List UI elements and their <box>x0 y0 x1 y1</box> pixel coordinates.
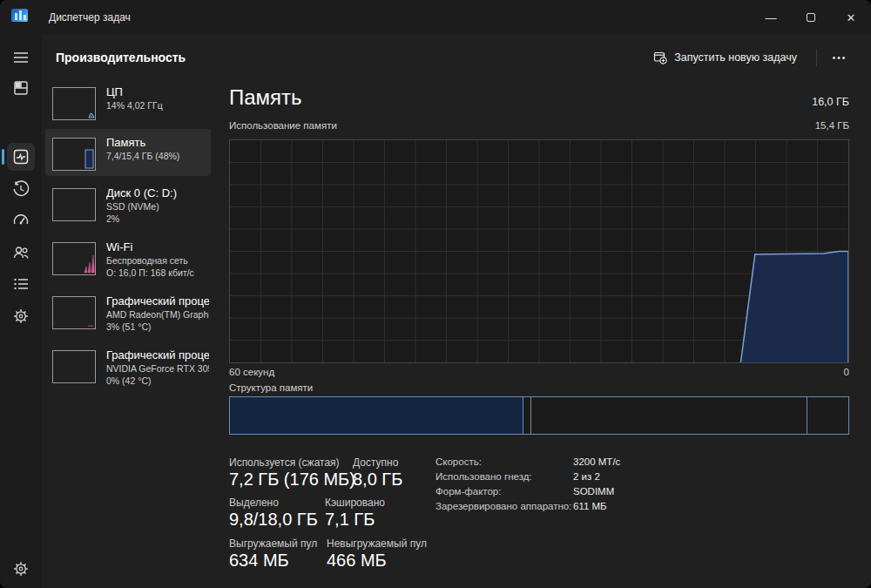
gpu0-name: AMD Radeon(TM) Graphics <box>106 308 209 321</box>
wifi-mini-chart <box>52 242 96 275</box>
usage-chart-label: Использование памяти <box>229 120 337 131</box>
task-manager-window: Диспетчер задач — ✕ <box>0 0 871 588</box>
processes-icon[interactable] <box>12 79 30 97</box>
page-header: Производительность Запустить новую задач… <box>42 35 871 78</box>
selected-accent-pill <box>2 149 4 165</box>
composition-segment-in_use <box>230 397 523 434</box>
titlebar: Диспетчер задач — ✕ <box>0 0 871 35</box>
gpu1-title: Графический процессор <box>106 348 209 362</box>
memory-panel-title: Память <box>229 85 302 110</box>
run-new-task-label: Запустить новую задачу <box>674 51 797 64</box>
stat-form-factor-value: SODIMM <box>573 486 614 497</box>
stat-cached-label: Кэшировано <box>325 497 385 509</box>
stat-committed-label: Выделено <box>229 497 279 509</box>
startup-apps-icon[interactable] <box>12 212 30 229</box>
memory-composition-bar <box>229 396 849 435</box>
wifi-throughput: О: 16,0 П: 168 кбит/с <box>106 267 209 278</box>
cpu-title: ЦП <box>106 84 209 99</box>
composition-segment-standby <box>531 397 807 434</box>
gpu0-mini-chart <box>52 296 96 329</box>
maximize-button[interactable] <box>791 0 831 35</box>
memory-mini-chart <box>52 138 96 171</box>
disk-mini-chart <box>52 188 96 221</box>
header-divider <box>816 49 817 66</box>
stat-form-factor-label: Форм-фактор: <box>436 486 575 497</box>
more-options-button[interactable]: ••• <box>824 45 855 70</box>
page-title: Производительность <box>56 51 186 64</box>
memory-stats: Используется (сжатая) 7,2 ГБ (176 МБ) До… <box>229 451 849 588</box>
run-new-task-button[interactable]: Запустить новую задачу <box>645 45 806 70</box>
stat-slots-label: Использовано гнезд: <box>436 471 575 482</box>
settings-gear-icon[interactable] <box>12 560 30 578</box>
navigation-rail <box>0 35 42 588</box>
wifi-network: Беспроводная сеть <box>106 254 209 267</box>
content-area: Производительность Запустить новую задач… <box>42 35 871 588</box>
stat-in-use-label: Используется (сжатая) <box>229 456 340 469</box>
disk-type: SSD (NVMe) <box>106 200 209 213</box>
app-title: Диспетчер задач <box>49 11 131 24</box>
memory-detail-panel: Память 16,0 ГБ Использование памяти 15,4… <box>218 78 871 588</box>
users-icon[interactable] <box>12 244 30 261</box>
stat-nonpaged-pool-label: Невыгружаемый пул <box>327 537 427 550</box>
details-icon[interactable] <box>12 275 30 293</box>
disk-usage: 2% <box>106 213 209 224</box>
gpu0-title: Графический процессор <box>106 294 209 308</box>
window-controls: — ✕ <box>751 0 871 35</box>
time-span-label: 60 секунд <box>229 367 274 377</box>
services-icon[interactable] <box>12 308 30 325</box>
performance-sidebar: ЦП 14% 4,02 ГГц Память 7,4/15,4 ГБ (48%)… <box>42 78 218 588</box>
stat-speed-label: Скорость: <box>436 456 575 467</box>
cpu-stats: 14% 4,02 ГГц <box>106 99 209 112</box>
maximize-icon <box>807 13 815 22</box>
composition-segment-modified <box>523 397 531 434</box>
sidebar-item-wifi[interactable]: Wi-Fi Беспроводная сеть О: 16,0 П: 168 к… <box>45 233 211 284</box>
gpu1-mini-chart <box>52 350 96 383</box>
disk-title: Диск 0 (C: D:) <box>106 186 209 200</box>
stat-committed-value: 9,8/18,0 ГБ <box>229 510 318 530</box>
new-task-icon <box>653 51 667 64</box>
sidebar-item-memory[interactable]: Память 7,4/15,4 ГБ (48%) <box>45 129 211 176</box>
stat-speed-value: 3200 МТ/с <box>573 456 620 467</box>
stat-available-value: 8,0 ГБ <box>353 470 402 490</box>
stat-paged-pool-label: Выгружаемый пул <box>229 537 317 550</box>
stat-in-use-value: 7,2 ГБ (176 МБ) <box>229 470 355 490</box>
memory-usage-chart <box>229 139 849 363</box>
sidebar-item-gpu0[interactable]: Графический процессор AMD Radeon(TM) Gra… <box>45 287 211 338</box>
stat-cached-value: 7,1 ГБ <box>325 510 375 530</box>
sidebar-item-gpu1[interactable]: Графический процессор NVIDIA GeForce RTX… <box>45 341 211 392</box>
stat-hw-reserved-label: Зарезервировано аппаратно: <box>436 501 575 511</box>
memory-composition-label: Структура памяти <box>229 382 313 393</box>
usage-chart-max-label: 15,4 ГБ <box>815 120 849 131</box>
memory-title: Память <box>106 135 209 150</box>
gpu1-usage: 0% (42 °C) <box>106 375 209 386</box>
app-history-icon[interactable] <box>12 180 30 198</box>
menu-icon[interactable] <box>12 49 30 66</box>
stat-hw-reserved-value: 611 МБ <box>573 501 607 511</box>
gpu1-name: NVIDIA GeForce RTX 3050 <box>106 362 209 375</box>
minimize-button[interactable]: — <box>751 0 791 35</box>
sidebar-item-cpu[interactable]: ЦП 14% 4,02 ГГц <box>45 78 211 125</box>
cpu-mini-chart <box>52 87 96 120</box>
stat-nonpaged-pool-value: 466 МБ <box>327 551 387 571</box>
performance-icon[interactable] <box>12 148 30 166</box>
stat-slots-value: 2 из 2 <box>573 471 600 482</box>
composition-segment-free <box>807 397 848 434</box>
stat-available-label: Доступно <box>353 456 398 469</box>
memory-stats: 7,4/15,4 ГБ (48%) <box>106 150 209 162</box>
sidebar-item-disk[interactable]: Диск 0 (C: D:) SSD (NVMe) 2% <box>45 179 211 230</box>
time-now-label: 0 <box>844 367 849 377</box>
wifi-title: Wi-Fi <box>106 240 209 254</box>
close-button[interactable]: ✕ <box>831 0 871 35</box>
stat-paged-pool-value: 634 МБ <box>229 551 289 571</box>
gpu0-usage: 3% (51 °C) <box>106 321 209 332</box>
memory-total-capacity: 16,0 ГБ <box>812 96 849 108</box>
task-manager-app-icon <box>11 9 28 22</box>
